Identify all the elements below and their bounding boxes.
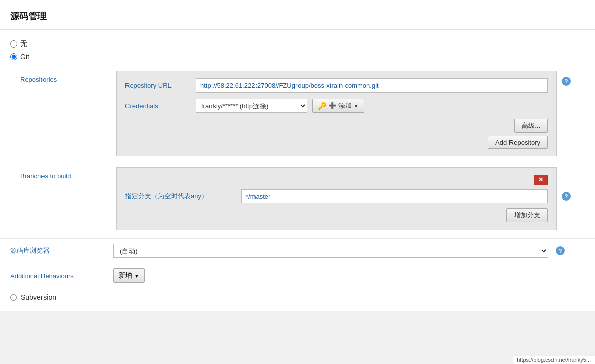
page-title: 源码管理: [0, 5, 595, 30]
branches-content: ✕ 指定分支（为空时代表any） 增加分支: [116, 167, 557, 230]
repositories-label: Repositories: [20, 71, 116, 83]
radio-git-text: Git: [20, 53, 29, 61]
add-new-behaviour-button[interactable]: 新增 ▼: [113, 268, 145, 283]
credentials-select[interactable]: frankly/****** (http连接): [196, 99, 307, 113]
add-new-arrow: ▼: [134, 273, 139, 279]
key-icon: 🔑: [318, 102, 326, 110]
radio-git-label[interactable]: Git: [10, 53, 585, 61]
radio-none-text: 无: [20, 39, 27, 49]
repositories-section: Repositories Repository URL Credentials …: [10, 68, 595, 159]
subversion-section: Subversion: [0, 288, 595, 306]
add-branch-buttons: 增加分支: [125, 208, 548, 222]
radio-none[interactable]: [10, 40, 17, 48]
branches-section: Branches to build ✕ 指定分支（为空时代表any） 增加分支 …: [10, 164, 595, 233]
repositories-help-icon[interactable]: ?: [562, 77, 571, 86]
subversion-label: Subversion: [21, 293, 56, 301]
repository-url-input[interactable]: [196, 78, 548, 93]
additional-behaviours-label: Additional Behaviours: [10, 272, 106, 280]
repo-url-label: Repository URL: [125, 82, 191, 89]
branch-specifier-input[interactable]: [241, 189, 548, 203]
repo-action-buttons: 高级...: [125, 119, 548, 133]
radio-none-label[interactable]: 无: [10, 39, 585, 49]
branches-label: Branches to build: [20, 167, 116, 180]
branch-input-row: 指定分支（为空时代表any）: [125, 189, 548, 203]
repository-url-row: Repository URL: [125, 78, 548, 93]
status-bar-text: https://blog.csdn.net/franky5...: [517, 357, 591, 363]
additional-behaviours-section: Additional Behaviours 新增 ▼: [0, 263, 595, 288]
source-browser-label: 源码库浏览器: [10, 246, 106, 255]
add-credentials-button[interactable]: 🔑 ➕ 添加 ▼: [312, 99, 364, 113]
add-repository-buttons: Add Repository: [125, 136, 548, 149]
repositories-content: Repository URL Credentials frankly/*****…: [116, 71, 557, 156]
radio-subversion[interactable]: [10, 294, 17, 301]
credentials-label: Credentials: [125, 102, 191, 110]
add-cred-label: ➕ 添加: [328, 101, 352, 110]
branch-specifier-label: 指定分支（为空时代表any）: [125, 192, 236, 201]
add-repository-button[interactable]: Add Repository: [488, 136, 548, 149]
source-browser-section: 源码库浏览器 (自动) ?: [0, 238, 595, 263]
add-cred-dropdown-arrow: ▼: [354, 103, 359, 109]
source-control-radio-group: 无 Git: [0, 37, 595, 63]
status-bar: https://blog.csdn.net/franky5...: [513, 356, 595, 364]
radio-git[interactable]: [10, 53, 17, 60]
add-branch-button[interactable]: 增加分支: [506, 208, 548, 222]
advanced-button[interactable]: 高级...: [514, 119, 548, 133]
source-browser-help-icon[interactable]: ?: [556, 246, 565, 255]
branches-help-icon[interactable]: ?: [562, 192, 571, 201]
source-browser-select[interactable]: (自动): [113, 244, 548, 258]
add-new-label: 新增: [119, 271, 132, 280]
delete-branch-button[interactable]: ✕: [534, 175, 548, 185]
credentials-row: Credentials frankly/****** (http连接) 🔑 ➕ …: [125, 99, 548, 113]
